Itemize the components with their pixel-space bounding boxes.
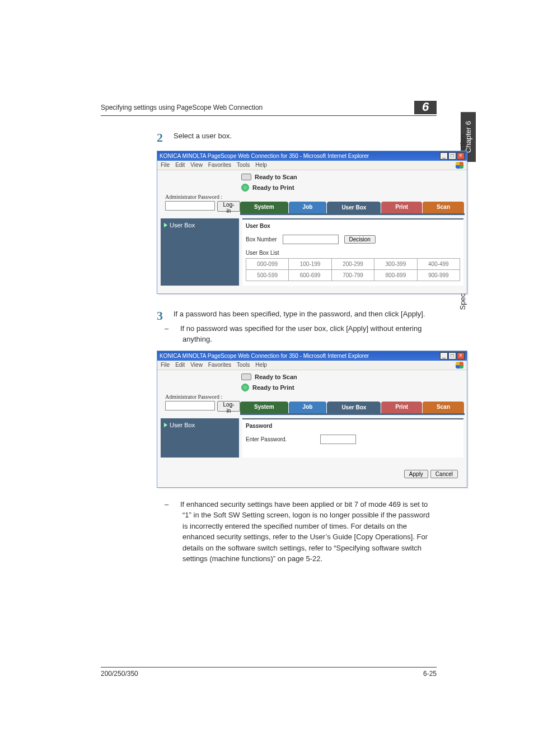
sidebar-item-label: User Box: [170, 422, 195, 428]
range-cell[interactable]: 200-299: [331, 259, 374, 270]
close-icon[interactable]: ×: [457, 152, 465, 160]
sidebar-item-userbox[interactable]: User Box: [164, 222, 236, 228]
status-area2: Ready to Print: [236, 180, 467, 193]
left-panel: User Box: [161, 218, 239, 286]
step-2-text: Select a user box.: [174, 130, 437, 142]
ie-flag-icon: [456, 162, 463, 169]
header-chapter-num: 6: [414, 101, 437, 114]
menu-file[interactable]: File: [161, 362, 170, 368]
browser-menubar: File Edit View Favorites Tools Help: [157, 361, 467, 370]
step-3-sub2: –If enhanced security settings have been…: [174, 499, 437, 564]
box-list-label: User Box List: [246, 250, 460, 256]
screenshot-password: KONICA MINOLTA PageScope Web Connection …: [157, 351, 467, 488]
sidebar-item-label: User Box: [170, 222, 195, 228]
page-footer: 200/250/350 6-25: [101, 667, 437, 678]
sidebar-item-userbox[interactable]: User Box: [164, 422, 236, 428]
range-cell[interactable]: 600-699: [289, 270, 331, 281]
panel-title: User Box: [246, 223, 460, 229]
maximize-icon[interactable]: □: [448, 152, 456, 160]
minimize-icon[interactable]: _: [440, 152, 448, 160]
step-3-sub1: –If no password was specified for the us…: [174, 323, 437, 345]
login-button[interactable]: Log-in: [217, 201, 240, 212]
ie-flag-icon: [456, 362, 463, 368]
left-panel: User Box: [161, 418, 239, 458]
tab-job[interactable]: Job: [289, 402, 327, 413]
tab-userbox[interactable]: User Box: [327, 202, 381, 213]
menu-help[interactable]: Help: [255, 362, 267, 368]
scanner-icon: [241, 174, 251, 180]
admin-password-label: Administrator Password :: [157, 193, 240, 200]
menu-edit[interactable]: Edit: [175, 362, 185, 368]
menu-favorites[interactable]: Favorites: [208, 162, 231, 169]
menu-edit[interactable]: Edit: [175, 162, 185, 169]
decision-button[interactable]: Decision: [344, 235, 376, 244]
step-3-text: If a password has been specified, type i…: [174, 309, 437, 320]
apply-button[interactable]: Apply: [404, 470, 428, 478]
tab-print[interactable]: Print: [381, 402, 422, 413]
window-title: KONICA MINOLTA PageScope Web Connection …: [160, 153, 369, 159]
range-cell[interactable]: 400-499: [417, 259, 460, 270]
tab-system[interactable]: System: [240, 202, 288, 213]
close-icon[interactable]: ×: [457, 352, 465, 360]
range-cell[interactable]: 700-799: [331, 270, 374, 281]
status-area: Ready to Scan: [236, 170, 467, 181]
status-area2: Ready to Print: [236, 380, 467, 393]
cancel-button[interactable]: Cancel: [430, 470, 458, 478]
screenshot-userbox: KONICA MINOLTA PageScope Web Connection …: [157, 151, 467, 294]
printer-icon: [241, 384, 249, 391]
status-scan: Ready to Scan: [255, 174, 297, 180]
login-button[interactable]: Log-in: [217, 401, 240, 412]
status-print: Ready to Print: [252, 384, 294, 391]
step-3-sub2-row: . –If enhanced security settings have be…: [157, 496, 437, 564]
tab-userbox[interactable]: User Box: [327, 402, 381, 413]
status-print: Ready to Print: [252, 184, 294, 191]
running-header: Specifying settings using PageScope Web …: [101, 101, 437, 116]
triangle-icon: [164, 423, 167, 427]
right-panel: Password Enter Password.: [242, 418, 463, 458]
step-3: 3 If a password has been specified, type…: [157, 309, 437, 345]
menu-tools[interactable]: Tools: [237, 162, 250, 169]
enter-password-label: Enter Password.: [246, 436, 287, 442]
tab-scan[interactable]: Scan: [423, 402, 464, 413]
range-table: 000-099 100-199 200-299 300-399 400-499 …: [246, 258, 460, 281]
step-3-num: 3: [157, 309, 166, 323]
admin-password-label: Administrator Password :: [157, 393, 240, 400]
minimize-icon[interactable]: _: [440, 352, 448, 360]
panel-title: Password: [246, 423, 460, 429]
tab-print[interactable]: Print: [381, 202, 422, 213]
menu-view[interactable]: View: [190, 362, 203, 368]
menu-favorites[interactable]: Favorites: [208, 362, 231, 368]
window-title: KONICA MINOLTA PageScope Web Connection …: [160, 353, 369, 359]
range-cell[interactable]: 100-199: [289, 259, 331, 270]
menu-view[interactable]: View: [190, 162, 203, 169]
triangle-icon: [164, 223, 167, 227]
box-number-input[interactable]: [283, 235, 339, 244]
maximize-icon[interactable]: □: [448, 352, 456, 360]
footer-right: 6-25: [423, 670, 437, 678]
scanner-icon: [241, 374, 251, 380]
admin-password-input[interactable]: [165, 201, 215, 211]
range-cell[interactable]: 500-599: [246, 270, 289, 281]
range-cell[interactable]: 000-099: [246, 259, 289, 270]
range-cell[interactable]: 800-899: [374, 270, 417, 281]
tab-scan[interactable]: Scan: [423, 202, 464, 213]
admin-password-input[interactable]: [165, 401, 215, 410]
window-titlebar: KONICA MINOLTA PageScope Web Connection …: [157, 151, 467, 161]
box-number-label: Box Number: [246, 236, 277, 242]
password-input[interactable]: [320, 435, 356, 444]
printer-icon: [241, 184, 249, 192]
status-area: Ready to Scan: [236, 370, 467, 381]
step-2-num: 2: [157, 130, 166, 145]
range-cell[interactable]: 300-399: [374, 259, 417, 270]
range-cell[interactable]: 900-999: [417, 270, 460, 281]
menu-help[interactable]: Help: [255, 162, 267, 169]
menu-file[interactable]: File: [161, 162, 170, 169]
tab-job[interactable]: Job: [289, 202, 327, 213]
menu-tools[interactable]: Tools: [237, 362, 250, 368]
right-panel: User Box Box Number Decision User Box Li…: [242, 218, 463, 286]
window-titlebar: KONICA MINOLTA PageScope Web Connection …: [157, 351, 467, 361]
status-scan: Ready to Scan: [255, 374, 297, 380]
footer-left: 200/250/350: [101, 670, 138, 678]
browser-menubar: File Edit View Favorites Tools Help: [157, 161, 467, 170]
tab-system[interactable]: System: [240, 402, 288, 413]
